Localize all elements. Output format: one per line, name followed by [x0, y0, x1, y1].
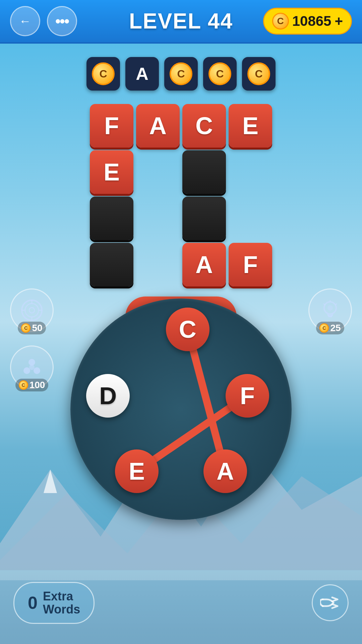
svg-point-9 [29, 308, 35, 313]
reward-coin-3: C [208, 62, 231, 85]
reward-coin-1: C [92, 62, 115, 85]
svg-point-24 [327, 305, 333, 311]
shuffle-icon [320, 593, 340, 613]
powerup-right: C 25 [308, 288, 352, 332]
svg-point-16 [34, 367, 40, 374]
cell-0-2: C [182, 104, 226, 148]
level-title: LEVEL 44 [129, 9, 233, 34]
coins-display: C 10865 + [263, 8, 352, 35]
cluster-powerup-button[interactable]: C 100 [10, 345, 54, 389]
cell-0-0: F [90, 104, 133, 148]
svg-marker-4 [44, 470, 57, 493]
cell-3-0 [90, 243, 133, 286]
crossword-grid: F A C E E A F [0, 97, 362, 293]
menu-button[interactable]: ••• [47, 6, 77, 36]
reward-letter-a: A [136, 64, 148, 84]
bulb-icon [318, 299, 342, 322]
reward-coin-2: C [170, 62, 192, 85]
svg-point-8 [25, 304, 39, 317]
shuffle-button[interactable] [312, 584, 349, 621]
letter-node-d[interactable]: D [86, 374, 130, 418]
cell-2-3 [229, 197, 272, 240]
extra-words-count: 0 [28, 593, 38, 613]
reward-tile-1: C [86, 57, 120, 91]
bulb-cost-value: 25 [330, 323, 341, 333]
cluster-coin-icon: C [19, 380, 28, 390]
header-left: ← ••• [10, 6, 77, 36]
bulb-cost: C 25 [316, 322, 344, 334]
letter-wheel: C F A E D [70, 299, 292, 520]
cell-2-2 [182, 197, 226, 240]
reward-tile-5: C [242, 57, 276, 91]
reward-coin-4: C [247, 62, 270, 85]
coin-icon: C [272, 13, 289, 30]
cell-3-1 [136, 243, 180, 286]
reward-tile-3: C [164, 57, 198, 91]
reward-tile-4: C [203, 57, 237, 91]
coins-value: 10865 [292, 13, 331, 29]
reward-section: C A C C C [0, 44, 362, 97]
cluster-cost-value: 100 [29, 380, 45, 390]
cluster-icon [20, 356, 44, 379]
cell-3-3: F [229, 243, 272, 286]
svg-line-22 [336, 304, 337, 305]
wheel-circle: C F A E D [70, 299, 292, 520]
cell-2-0 [90, 197, 133, 240]
target-cost: C 50 [18, 322, 46, 334]
target-powerup-button[interactable]: C 50 [10, 288, 54, 332]
letter-node-e[interactable]: E [115, 449, 159, 493]
powerup-left: C 50 C 100 [10, 288, 54, 389]
bulb-coin-icon: C [319, 323, 329, 333]
svg-rect-6 [0, 570, 362, 580]
coins-plus[interactable]: + [335, 13, 343, 29]
svg-point-15 [23, 367, 30, 374]
extra-words-button[interactable]: 0 ExtraWords [13, 582, 95, 624]
bulb-powerup-button[interactable]: C 25 [308, 288, 352, 332]
target-icon [20, 299, 44, 322]
letter-node-f[interactable]: F [226, 374, 269, 418]
cell-1-0: E [90, 150, 133, 194]
reward-tile-2: A [125, 57, 159, 91]
header: ← ••• LEVEL 44 C 10865 + [0, 0, 362, 44]
cell-1-1 [136, 150, 180, 194]
letter-node-c[interactable]: C [166, 308, 209, 351]
cell-1-3 [229, 150, 272, 194]
cell-0-1: A [136, 104, 180, 148]
extra-words-label: ExtraWords [43, 590, 80, 616]
cell-2-1 [136, 197, 180, 240]
cell-1-2 [182, 150, 226, 194]
menu-dots-icon: ••• [55, 13, 69, 30]
grid-container: F A C E E A F [90, 104, 272, 286]
back-button[interactable]: ← [10, 6, 40, 36]
cell-3-2: A [182, 243, 226, 286]
svg-line-23 [323, 304, 325, 305]
svg-point-17 [29, 365, 35, 370]
cluster-cost: C 100 [15, 379, 49, 391]
bottom-bar: 0 ExtraWords [0, 582, 362, 624]
target-cost-value: 50 [32, 323, 42, 333]
cell-0-3: E [229, 104, 272, 148]
letter-node-a[interactable]: A [203, 449, 247, 493]
cost-coin-icon: C [21, 323, 31, 333]
